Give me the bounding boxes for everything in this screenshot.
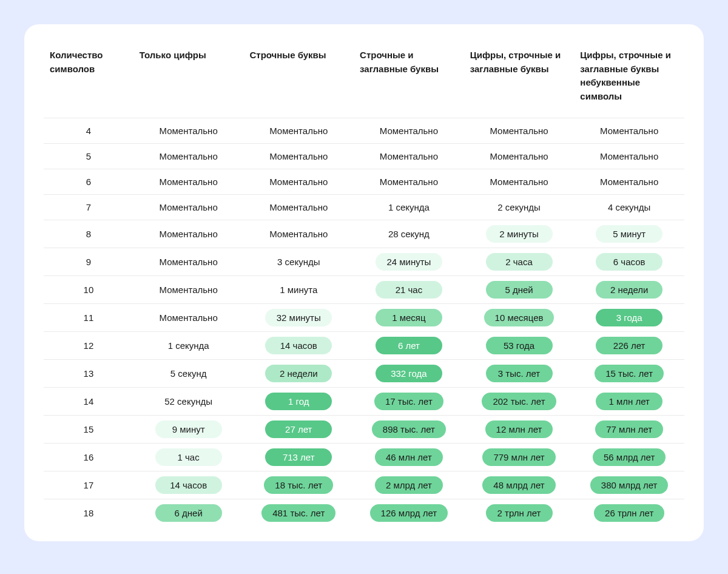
time-pill: 15 тыс. лет xyxy=(595,365,664,382)
time-pill: 26 трлн лет xyxy=(594,504,664,522)
time-pill: 481 тыс. лет xyxy=(261,504,335,522)
cell-time: 481 тыс. лет xyxy=(243,499,354,527)
time-pill: 24 минуты xyxy=(376,253,442,271)
cell-time: 1 год xyxy=(243,388,354,416)
table-row: 135 секунд2 недели332 года3 тыс. лет15 т… xyxy=(44,360,684,388)
time-pill: 2 недели xyxy=(265,365,332,382)
cell-time: 4 секунды xyxy=(574,195,684,220)
time-pill: 77 млн лет xyxy=(595,420,663,438)
cell-time: Моментально xyxy=(243,144,354,169)
time-pill: 126 млрд лет xyxy=(370,504,448,522)
cell-time: 77 млн лет xyxy=(574,416,684,444)
cell-time: 779 млн лет xyxy=(464,444,575,471)
cell-symbol-count: 8 xyxy=(44,220,133,248)
cell-time: Моментально xyxy=(464,118,575,144)
cell-time: 332 года xyxy=(354,360,464,388)
cell-time: 3 тыс. лет xyxy=(464,360,575,388)
time-pill: 332 года xyxy=(376,365,442,382)
cell-time: 1 млн лет xyxy=(574,388,684,416)
cell-time: 3 секунды xyxy=(243,248,354,276)
cell-symbol-count: 16 xyxy=(44,444,133,471)
col-header-symbols: Количество символов xyxy=(44,44,133,118)
time-pill: 5 минут xyxy=(596,225,662,243)
cell-time: Моментально xyxy=(133,118,244,144)
password-crack-time-card: Количество символов Только цифры Строчны… xyxy=(24,24,704,541)
time-pill: 380 млрд лет xyxy=(590,476,669,494)
cell-time: 6 часов xyxy=(574,248,684,276)
cell-symbol-count: 15 xyxy=(44,416,133,444)
cell-time: 14 часов xyxy=(243,332,354,360)
time-pill: 1 месяц xyxy=(376,309,442,326)
col-header-digits: Только цифры xyxy=(133,44,244,118)
table-row: 121 секунда14 часов6 лет53 года226 лет xyxy=(44,332,684,360)
cell-time: Моментально xyxy=(133,248,244,276)
time-pill: 3 тыс. лет xyxy=(486,365,553,382)
cell-time: 15 тыс. лет xyxy=(574,360,684,388)
table-row: 6МоментальноМоментальноМоментальноМомент… xyxy=(44,169,684,195)
time-pill: 21 час xyxy=(376,281,442,299)
table-row: 9Моментально3 секунды24 минуты2 часа6 ча… xyxy=(44,248,684,276)
cell-time: Моментально xyxy=(243,169,354,195)
table-row: 5МоментальноМоментальноМоментальноМомент… xyxy=(44,144,684,169)
time-pill: 5 дней xyxy=(486,281,553,299)
cell-time: 2 млрд лет xyxy=(354,471,464,499)
cell-time: Моментально xyxy=(133,144,244,169)
col-header-all: Цифры, строчные и заглавные буквы небукв… xyxy=(574,44,684,118)
table-row: 1714 часов18 тыс. лет2 млрд лет48 млрд л… xyxy=(44,471,684,499)
time-pill: 2 минуты xyxy=(486,225,553,243)
time-pill: 48 млрд лет xyxy=(482,476,555,494)
cell-time: 6 лет xyxy=(354,332,464,360)
time-pill: 2 млрд лет xyxy=(375,476,443,494)
time-pill: 14 часов xyxy=(155,476,222,494)
cell-time: Моментально xyxy=(243,118,354,144)
header-row: Количество символов Только цифры Строчны… xyxy=(44,44,684,118)
cell-time: 17 тыс. лет xyxy=(354,388,464,416)
cell-symbol-count: 9 xyxy=(44,248,133,276)
time-pill: 46 млн лет xyxy=(375,448,443,466)
cell-time: Моментально xyxy=(354,118,464,144)
cell-time: 1 секунда xyxy=(133,332,244,360)
cell-time: 28 секунд xyxy=(354,220,464,248)
cell-time: 1 месяц xyxy=(354,304,464,332)
cell-time: 53 года xyxy=(464,332,575,360)
cell-time: Моментально xyxy=(574,169,684,195)
cell-time: 2 минуты xyxy=(464,220,575,248)
cell-symbol-count: 18 xyxy=(44,499,133,527)
time-pill: 2 часа xyxy=(486,253,553,271)
table-row: 4МоментальноМоментальноМоментальноМомент… xyxy=(44,118,684,144)
cell-time: 18 тыс. лет xyxy=(243,471,354,499)
cell-time: 2 часа xyxy=(464,248,575,276)
time-pill: 1 час xyxy=(155,448,222,466)
table-row: 10Моментально1 минута21 час5 дней2 недел… xyxy=(44,276,684,304)
cell-time: 2 недели xyxy=(243,360,354,388)
cell-time: Моментально xyxy=(243,220,354,248)
col-header-alnum: Цифры, строчные и заглавные буквы xyxy=(464,44,575,118)
cell-time: Моментально xyxy=(464,169,575,195)
cell-symbol-count: 12 xyxy=(44,332,133,360)
cell-time: 1 секунда xyxy=(354,195,464,220)
time-pill: 9 минут xyxy=(155,420,222,438)
cell-time: 48 млрд лет xyxy=(464,471,575,499)
cell-time: 52 секунды xyxy=(133,388,244,416)
cell-symbol-count: 11 xyxy=(44,304,133,332)
cell-time: 380 млрд лет xyxy=(574,471,684,499)
cell-time: 1 минута xyxy=(243,276,354,304)
cell-time: Моментально xyxy=(354,144,464,169)
cell-time: Моментально xyxy=(133,169,244,195)
cell-time: 6 дней xyxy=(133,499,244,527)
time-pill: 12 млн лет xyxy=(485,420,553,438)
cell-time: Моментально xyxy=(133,304,244,332)
time-pill: 6 дней xyxy=(155,504,222,522)
cell-time: 46 млн лет xyxy=(354,444,464,471)
time-pill: 6 лет xyxy=(376,337,442,354)
time-pill: 2 трлн лет xyxy=(486,504,553,522)
table-row: 1452 секунды1 год17 тыс. лет202 тыс. лет… xyxy=(44,388,684,416)
cell-time: 898 тыс. лет xyxy=(354,416,464,444)
cell-time: 126 млрд лет xyxy=(354,499,464,527)
cell-time: 713 лет xyxy=(243,444,354,471)
table-header: Количество символов Только цифры Строчны… xyxy=(44,44,684,118)
cell-time: 12 млн лет xyxy=(464,416,575,444)
col-header-lowercase: Строчные буквы xyxy=(243,44,354,118)
cell-time: 21 час xyxy=(354,276,464,304)
time-pill: 2 недели xyxy=(596,281,662,299)
